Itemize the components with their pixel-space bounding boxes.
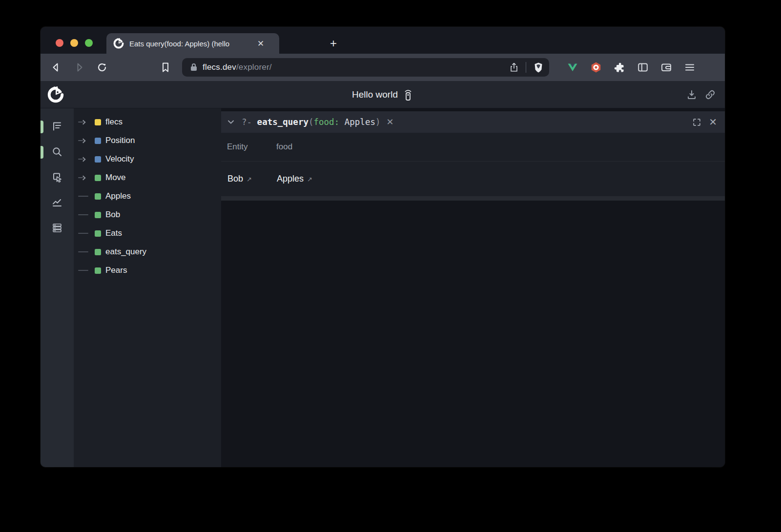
minimize-window-button[interactable] (70, 39, 78, 47)
bookmark-icon[interactable] (157, 59, 174, 76)
result-cell-Bob[interactable]: Bob↗ (227, 174, 277, 184)
titlebar: Eats query(food: Apples) (hello ✕ + (41, 27, 725, 54)
share-link-icon[interactable] (704, 89, 716, 101)
results-body: Bob↗Apples↗ (221, 162, 725, 196)
tab-title-fade (232, 40, 255, 48)
entity-color-swatch (95, 212, 101, 218)
leaf-dash-icon (78, 196, 95, 197)
query-panel-button[interactable] (48, 143, 66, 161)
tree-item-label: Bob (105, 210, 120, 220)
tree-outline-icon (51, 121, 63, 132)
entity-color-swatch (95, 138, 101, 144)
clear-query-icon[interactable]: ✕ (387, 117, 394, 127)
url-bar[interactable]: flecs.dev/explorer/ (182, 58, 549, 77)
tree-item-Velocity[interactable]: Velocity (74, 150, 221, 168)
divider (526, 62, 526, 73)
close-panel-icon[interactable]: ✕ (709, 117, 717, 127)
browser-tab[interactable]: Eats query(food: Apples) (hello ✕ (106, 33, 279, 54)
tree-item-label: Position (105, 136, 135, 145)
flecs-favicon (113, 38, 124, 49)
tree-item-label: Eats (105, 228, 122, 238)
tree-item-label: Move (105, 173, 126, 183)
vue-devtools-icon[interactable] (567, 61, 578, 73)
entity-color-swatch (95, 156, 101, 163)
tree-item-label: Pears (105, 266, 127, 275)
tree-item-label: eats_query (105, 247, 146, 257)
inspector-panel-button[interactable] (48, 168, 66, 186)
wallet-icon[interactable] (660, 61, 672, 73)
tab-close-icon[interactable]: ✕ (257, 40, 264, 48)
line-chart-icon (51, 197, 63, 208)
column-header-entity[interactable]: Entity (227, 142, 276, 152)
active-panel-indicator (41, 121, 43, 133)
inspector-cursor-icon (51, 171, 63, 183)
chevron-down-icon[interactable] (226, 117, 236, 127)
tree-item-flecs[interactable]: flecs (74, 113, 221, 131)
entity-color-swatch (95, 175, 101, 181)
leaf-dash-icon (78, 251, 95, 252)
entity-link-label[interactable]: Bob (227, 174, 243, 184)
tree-panel-button[interactable] (48, 118, 66, 135)
explorer-content: flecsPositionVelocityMoveApplesBobEatsea… (41, 108, 725, 467)
external-link-icon[interactable]: ↗ (247, 176, 252, 183)
entity-link-label[interactable]: Apples (277, 174, 304, 184)
external-link-icon[interactable]: ↗ (307, 176, 312, 183)
column-header-food[interactable]: food (276, 142, 725, 152)
stats-panel-button[interactable] (48, 194, 66, 211)
zoom-window-button[interactable] (85, 39, 93, 47)
new-tab-button[interactable]: + (326, 36, 341, 51)
query-expression[interactable]: ?- eats_query(food: Apples) (242, 117, 381, 127)
explorer-header: Hello world (41, 81, 725, 108)
entity-color-swatch (95, 193, 101, 200)
desktop: Eats query(food: Apples) (hello ✕ + (0, 0, 781, 532)
menu-icon[interactable] (684, 61, 696, 73)
browser-toolbar: flecs.dev/explorer/ (41, 54, 725, 81)
active-panel-indicator (41, 146, 43, 159)
search-icon (51, 146, 63, 158)
expand-arrow-icon[interactable] (78, 121, 95, 124)
tree-item-Apples[interactable]: Apples (74, 187, 221, 205)
browser-window: Eats query(food: Apples) (hello ✕ + (41, 27, 725, 467)
forward-button[interactable] (71, 59, 87, 76)
tree-item-label: Apples (105, 191, 131, 201)
flecs-logo[interactable] (47, 86, 64, 103)
tree-item-Pears[interactable]: Pears (74, 261, 221, 280)
hexagon-extension-icon[interactable] (590, 61, 602, 73)
expand-arrow-icon[interactable] (78, 176, 95, 180)
panel-resize-handle[interactable] (221, 196, 725, 201)
entity-color-swatch (95, 230, 101, 237)
expand-arrow-icon[interactable] (78, 158, 95, 161)
tree-item-Eats[interactable]: Eats (74, 224, 221, 243)
query-results-table: Entity food Bob↗Apples↗ (221, 133, 725, 196)
leaf-dash-icon (78, 214, 95, 215)
query-header: ?- eats_query(food: Apples) ✕ ✕ (221, 111, 725, 133)
fullscreen-icon[interactable] (692, 118, 701, 127)
download-icon[interactable] (686, 89, 698, 101)
rows-icon (51, 222, 63, 234)
remote-connection-icon[interactable] (403, 88, 413, 101)
share-icon[interactable] (509, 62, 519, 73)
traffic-lights (56, 39, 93, 47)
leaf-dash-icon (78, 233, 95, 234)
back-button[interactable] (48, 59, 64, 76)
tab-title: Eats query(food: Apples) (hello (129, 40, 255, 48)
panel-sidebar (41, 108, 74, 467)
tree-item-eats_query[interactable]: eats_query (74, 243, 221, 261)
extensions-puzzle-icon[interactable] (614, 61, 625, 73)
connection-title: Hello world (352, 89, 398, 100)
sidebar-toggle-icon[interactable] (637, 61, 649, 73)
close-window-button[interactable] (56, 39, 63, 47)
tree-item-Move[interactable]: Move (74, 168, 221, 187)
result-cell-Apples[interactable]: Apples↗ (277, 174, 725, 184)
lock-icon (190, 62, 198, 72)
tree-item-Bob[interactable]: Bob (74, 205, 221, 224)
expand-arrow-icon[interactable] (78, 139, 95, 143)
leaf-dash-icon (78, 270, 95, 271)
results-header-row: Entity food (221, 133, 725, 162)
brave-shield-icon[interactable] (533, 61, 544, 73)
tree-item-Position[interactable]: Position (74, 131, 221, 150)
tables-panel-button[interactable] (48, 219, 66, 237)
reload-button[interactable] (94, 59, 110, 76)
entity-color-swatch (95, 267, 101, 274)
query-panel: ?- eats_query(food: Apples) ✕ ✕ Entity f… (221, 108, 725, 467)
